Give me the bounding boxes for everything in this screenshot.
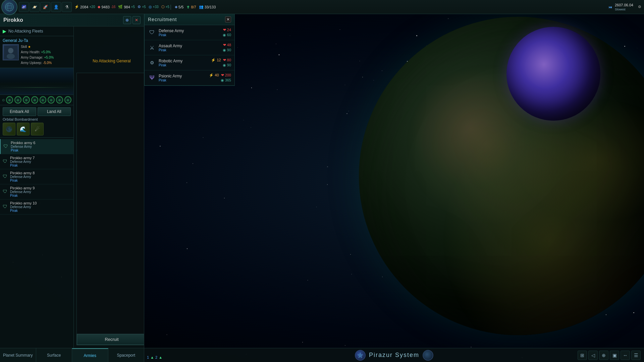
army-item[interactable]: 🛡 Pirokko army 7 Defense Army Pirak	[0, 154, 73, 169]
tab-surface[interactable]: Surface	[36, 348, 72, 362]
bottom-bar: 1 ▲ 2 ▲ Pirazur System ⊞ ◁ ⊕ ▣ ↔ ☰	[144, 348, 644, 362]
army-item[interactable]: 🛡 Pirokko army 6 Defense Army Pirak	[0, 139, 73, 154]
recruit-defense-army[interactable]: 🛡 Defense Army Pirak ❤ 24 ◉ 60	[145, 25, 234, 40]
minerals-resource: ◆ 9483 -16	[98, 5, 115, 9]
page-controls: 1 ▲ 2 ▲	[147, 355, 162, 359]
army-owner: Pirak	[10, 179, 71, 182]
slot-2[interactable]: ◎	[14, 96, 21, 104]
recruit-robotic-army[interactable]: ⚙ Robotic Army Pirak ⚡ 12 ❤ 80 ◉ 90	[145, 55, 234, 70]
close-panel-button[interactable]: ✕	[132, 16, 141, 24]
slots-row: ⊙ ◎ ◎ ◎ ◎ ◎ ◎ ◎ ◎	[0, 95, 73, 105]
prev-nav-icon[interactable]: ◁	[588, 351, 598, 360]
prev-button[interactable]: ⏮	[608, 5, 612, 9]
robotic-army-icon: ⚙	[148, 59, 156, 67]
slot-1[interactable]: ◎	[6, 96, 13, 104]
svg-point-4	[8, 48, 13, 53]
army-list: 🛡 Pirokko army 6 Defense Army Pirak 🛡 Pi…	[0, 138, 73, 348]
defense-army-name: Defense Army	[159, 28, 220, 33]
svg-marker-6	[358, 353, 363, 358]
skill-label: Skill	[21, 45, 27, 49]
army-name: Pirokko army 8	[10, 171, 71, 175]
date-display: 2607.06.04 Slowest	[615, 3, 633, 11]
system-name-label: Pirazur System	[369, 352, 419, 359]
embark-all-button[interactable]: Embark All	[3, 107, 36, 116]
recruit-psionic-army[interactable]: Ψ Psionic Army Pirak ⚡ 40 ❤ 200 ◉ 365	[145, 70, 234, 85]
tech-icon[interactable]: ⚗	[62, 2, 72, 12]
upkeep-value: -5.0%	[43, 61, 52, 65]
planet-name-bar: Pirokko ⊕ ✕	[0, 14, 144, 26]
leaders-icon[interactable]: 👤	[51, 2, 61, 12]
bottom-tabs: Planet Summary Surface Armies Spaceport	[0, 348, 144, 362]
recruitment-header: Recruitment ✕	[145, 14, 234, 25]
focus-planet-button[interactable]: ⊕	[123, 16, 131, 24]
slot-6[interactable]: ◎	[48, 96, 55, 104]
robotic-army-planet: Pirak	[159, 63, 208, 67]
recruit-assault-army[interactable]: ⚔ Assault Army Pirak ❤ 48 ◉ 90	[145, 40, 234, 55]
slot-4[interactable]: ◎	[31, 96, 38, 104]
system-planet-icon[interactable]	[423, 350, 433, 361]
army-item[interactable]: 🛡 Pirokko army 9 Defense Army Pirak	[0, 184, 73, 199]
assault-army-icon: ⚔	[148, 44, 156, 52]
pop-capacity: 👥 33/133	[199, 5, 216, 9]
fleet-capacity: ◈ 5/5	[175, 5, 183, 9]
page-up-icon[interactable]: ▲	[150, 355, 154, 359]
orbital-btn-3[interactable]: ☄	[31, 123, 44, 135]
army-name: Pirokko army 7	[10, 156, 71, 160]
page-1[interactable]: 1	[147, 355, 149, 359]
army-name: Pirokko army 6	[11, 141, 71, 145]
tab-spaceport[interactable]: Spaceport	[108, 348, 145, 362]
tab-planet-summary[interactable]: Planet Summary	[0, 348, 36, 362]
system-icon[interactable]	[355, 350, 366, 361]
influence-resource: ⬡ +5	[161, 5, 169, 9]
assault-army-planet: Pirak	[159, 48, 220, 52]
menu-icon[interactable]: ☰	[631, 351, 641, 360]
general-stats: Skill ★ Army Health: +5.0% Army Damage: …	[21, 44, 54, 66]
army-shield-icon: 🛡	[3, 143, 9, 149]
zoom-icon[interactable]: ⊕	[599, 351, 608, 360]
general-avatar[interactable]	[3, 44, 19, 60]
army-item[interactable]: 🛡 Pirokko army 10 Defense Army Pirak	[0, 199, 73, 215]
army-type: Defense Army	[10, 205, 71, 209]
army-item[interactable]: 🛡 Pirokko army 8 Defense Army Pirak	[0, 169, 73, 184]
recruitment-close-button[interactable]: ✕	[225, 16, 231, 22]
psionic-army-planet: Pirak	[159, 78, 206, 82]
unity-resource: ◎ +33	[149, 5, 159, 9]
assault-army-name: Assault Army	[159, 44, 220, 48]
army-owner: Pirak	[11, 148, 71, 152]
expand-icon[interactable]: ⊞	[578, 351, 587, 360]
army-owner: Pirak	[10, 164, 71, 167]
assault-army-costs: ❤ 48 ◉ 90	[223, 43, 231, 52]
defense-army-planet: Pirak	[159, 33, 220, 37]
food-resource: 🌿 984 +5	[118, 5, 135, 9]
land-all-button[interactable]: Land All	[38, 107, 71, 116]
fleet-arrow-icon: ▶	[3, 28, 6, 34]
slot-7[interactable]: ◎	[56, 96, 63, 104]
bottom-right-icons: ⊞ ◁ ⊕ ▣ ↔ ☰	[578, 351, 641, 360]
damage-value: +5.0%	[44, 56, 54, 59]
page-2[interactable]: 2	[155, 355, 157, 359]
page-down-icon[interactable]: ▲	[159, 355, 162, 359]
orbital-btn-1[interactable]: 🌑	[3, 123, 15, 135]
tab-armies[interactable]: Armies	[72, 348, 108, 362]
orbital-btn-2[interactable]: 🌊	[17, 123, 30, 135]
fleet-icon[interactable]: 🚀	[40, 2, 50, 12]
general-name: General Ju-Ta	[3, 38, 71, 43]
settings-icon[interactable]: ⚙	[638, 5, 641, 9]
planet-name-label: Pirokko	[3, 17, 23, 23]
army-shield-icon: 🛡	[3, 174, 8, 180]
star-icon: ★	[28, 45, 31, 49]
settings2-icon[interactable]: ↔	[621, 351, 630, 360]
map-icon[interactable]: ▣	[610, 351, 619, 360]
galaxy-map-icon[interactable]: 🌌	[19, 2, 29, 12]
left-panel: Pirokko ⊕ ✕ ▶ No Attacking Fleets Genera…	[0, 14, 144, 348]
planet-icon[interactable]: 🪐	[30, 2, 40, 12]
slot-5[interactable]: ◎	[40, 96, 47, 104]
recruit-button[interactable]: Recruit	[77, 334, 144, 345]
svg-point-2	[5, 6, 13, 8]
slot-3[interactable]: ◎	[23, 96, 30, 104]
robotic-army-name: Robotic Army	[159, 59, 208, 63]
empire-icon[interactable]	[1, 0, 17, 15]
slot-8[interactable]: ◎	[64, 96, 71, 104]
army-type: Defense Army	[11, 145, 71, 148]
energy-resource: ⚡ 2084 +20	[74, 5, 95, 9]
